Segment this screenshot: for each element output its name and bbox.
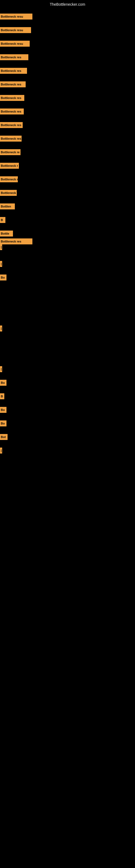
bar-item-25: B xyxy=(0,393,4,399)
bar-item-29: | xyxy=(0,447,2,454)
bar-item-27: Bo xyxy=(0,421,6,426)
bar-item-20: | xyxy=(0,261,2,267)
bar-item-1: Bottleneck resu xyxy=(0,13,32,20)
bar-item-18: Bottleneck res xyxy=(0,239,32,244)
bar-item-12: Bottleneck r xyxy=(0,163,19,169)
bar-item-19: | xyxy=(0,244,2,250)
bar-item-28: Bot xyxy=(0,434,8,440)
bar-item-23: | xyxy=(0,366,2,372)
bar-item-17: Bottle xyxy=(0,230,13,237)
bar-item-14: Bottleneck r xyxy=(0,190,17,196)
bar-item-4: Bottleneck res xyxy=(0,54,28,60)
bar-item-3: Bottleneck resu xyxy=(0,41,30,46)
bar-item-10: Bottleneck res xyxy=(0,135,21,142)
bars-container: Bottleneck resuBottleneck resuBottleneck… xyxy=(0,9,135,868)
page-wrapper: TheBottlenecker.com Bottleneck resuBottl… xyxy=(0,0,135,868)
bar-item-16: B xyxy=(0,217,5,223)
bar-item-6: Bottleneck res xyxy=(0,82,26,87)
bar-item-26: Bo xyxy=(0,407,6,413)
bar-item-7: Bottleneck res xyxy=(0,95,24,101)
site-title: TheBottlenecker.com xyxy=(0,0,135,9)
bar-item-2: Bottleneck resu xyxy=(0,27,31,33)
bar-item-21: Bo xyxy=(0,275,6,280)
bar-item-5: Bottleneck res xyxy=(0,68,27,74)
bar-item-15: Bottlen xyxy=(0,204,15,209)
bar-item-13: Bottleneck r xyxy=(0,176,18,182)
bar-item-8: Bottleneck res xyxy=(0,108,24,115)
bar-item-22: | xyxy=(0,326,2,332)
bar-item-9: Bottleneck res xyxy=(0,122,23,128)
bar-item-24: Bo xyxy=(0,380,6,386)
bar-item-11: Bottleneck re xyxy=(0,149,20,155)
